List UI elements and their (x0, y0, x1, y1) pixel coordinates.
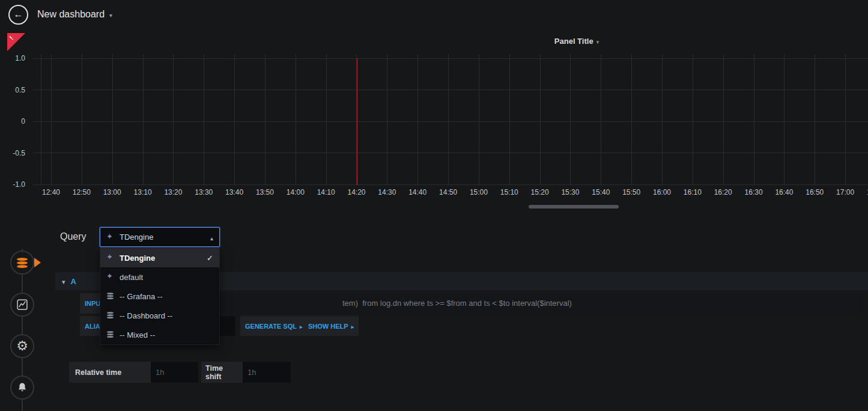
y-tick-label: 1.0 (15, 54, 25, 62)
x-tick-label: 14:50 (439, 188, 457, 196)
chevron-up-icon (210, 232, 213, 243)
chevron-down-icon (105, 9, 112, 20)
datasource-option-icon (106, 293, 115, 300)
x-tick-label: 13:30 (195, 188, 213, 196)
x-tick-label: 14:10 (317, 188, 335, 196)
datasource-option-icon (106, 273, 115, 281)
time-marker-line (357, 58, 357, 185)
datasource-dropdown: TDengine ✓ default -- Grafana -- -- Dash… (100, 248, 220, 345)
x-tick-label: 12:50 (73, 188, 91, 196)
x-tick-label: 14:20 (347, 188, 365, 196)
x-tick-label: 16:40 (775, 188, 793, 196)
x-tick-label: 13:40 (225, 188, 243, 196)
dashboard-title-menu[interactable]: New dashboard (37, 9, 112, 20)
x-tick-label: 15:00 (470, 188, 488, 196)
caret-right-icon (351, 323, 354, 330)
x-tick-label: 16:30 (745, 188, 763, 196)
datasource-option-label: TDengine (120, 254, 155, 263)
arrow-left-icon (14, 9, 23, 20)
y-tick-label: 0 (21, 117, 25, 126)
app: { "colors": { "background": "#161719", "… (0, 0, 868, 411)
datasource-option-icon (106, 254, 115, 261)
chevron-down-icon (593, 35, 599, 46)
relative-time-input[interactable] (151, 362, 198, 383)
x-tick-label: 13:10 (134, 188, 152, 196)
datasource-option-icon (106, 331, 115, 338)
active-tab-arrow-icon (34, 258, 41, 267)
caret-right-icon (300, 323, 303, 330)
x-tick-label: 17:00 (836, 188, 854, 196)
datasource-option[interactable]: -- Mixed -- (100, 325, 219, 344)
x-tick-label: 15:20 (531, 188, 549, 196)
navbar: New dashboard (0, 0, 868, 29)
time-shift-input[interactable] (243, 362, 291, 383)
back-button[interactable] (8, 5, 28, 25)
sql-text: tem) from log.dn where ts >= $from and t… (342, 299, 572, 308)
chart-plot (33, 54, 868, 185)
query-ref-letter: A (71, 277, 76, 286)
x-tick-label: 15:40 (592, 188, 610, 196)
datasource-option[interactable]: TDengine ✓ (100, 248, 219, 267)
x-tick-label: 15:30 (561, 188, 579, 196)
dashboard-title: New dashboard (37, 9, 105, 20)
sidebar-item-visualization[interactable] (10, 293, 34, 317)
datasource-option[interactable]: default (100, 267, 219, 287)
y-tick-label: -1.0 (13, 180, 25, 189)
x-tick-label: 12:40 (42, 188, 60, 196)
datasource-option-label: default (120, 273, 143, 282)
x-tick-label: 16:00 (653, 188, 671, 196)
datasource-option-label: -- Mixed -- (120, 330, 155, 339)
check-icon: ✓ (207, 254, 213, 263)
x-tick-label: 14:30 (378, 188, 396, 196)
x-tick-label: 15:50 (622, 188, 640, 196)
x-tick-label: 16:50 (806, 188, 824, 196)
relative-time-label: Relative time (69, 362, 151, 383)
generate-sql-button[interactable]: GENERATE SQL (240, 316, 308, 336)
datasource-option-label: -- Grafana -- (120, 292, 163, 301)
bell-icon (16, 382, 28, 394)
datasource-select-value: TDengine (120, 233, 153, 242)
y-tick-label: 0.5 (15, 86, 25, 94)
time-shift-label: Time shift (201, 362, 243, 383)
show-help-button[interactable]: SHOW HELP (303, 316, 359, 336)
x-tick-label: 13:00 (103, 188, 121, 196)
x-axis: 12:4012:5013:0013:1013:2013:3013:4013:50… (33, 188, 868, 198)
query-section-label: Query (60, 231, 86, 242)
datasource-option[interactable]: -- Grafana -- (100, 287, 219, 306)
datasource-option-label: -- Dashboard -- (120, 311, 172, 320)
x-tick-label: 16:10 (684, 188, 702, 196)
datasource-option-icon (106, 312, 115, 319)
graph-icon (16, 299, 28, 311)
database-icon (17, 258, 28, 261)
x-tick-label: 13:20 (164, 188, 182, 196)
horizontal-scrollbar-thumb[interactable] (529, 205, 619, 209)
x-tick-label: 15:10 (500, 188, 518, 196)
x-tick-label: 14:00 (287, 188, 305, 196)
x-tick-label: 13:50 (256, 188, 274, 196)
gear-icon (16, 339, 28, 353)
datasource-select[interactable]: TDengine (100, 227, 220, 247)
sidebar-item-alert[interactable] (10, 376, 34, 400)
y-tick-label: -0.5 (13, 149, 25, 157)
exclamation-icon: ! (8, 34, 14, 41)
collapse-caret-icon (62, 276, 65, 287)
panel-error-badge[interactable]: ! (7, 33, 25, 51)
datasource-option[interactable]: -- Dashboard -- (100, 306, 219, 325)
x-tick-label: 16:20 (714, 188, 732, 196)
y-axis: 1.00.50-0.5-1.0 (0, 54, 25, 185)
panel-title[interactable]: Panel Title (523, 35, 631, 46)
grafana-icon (106, 234, 115, 241)
x-tick-label: 14:40 (408, 188, 426, 196)
sidebar-item-general[interactable] (10, 334, 34, 358)
sidebar-item-queries[interactable] (10, 251, 34, 275)
